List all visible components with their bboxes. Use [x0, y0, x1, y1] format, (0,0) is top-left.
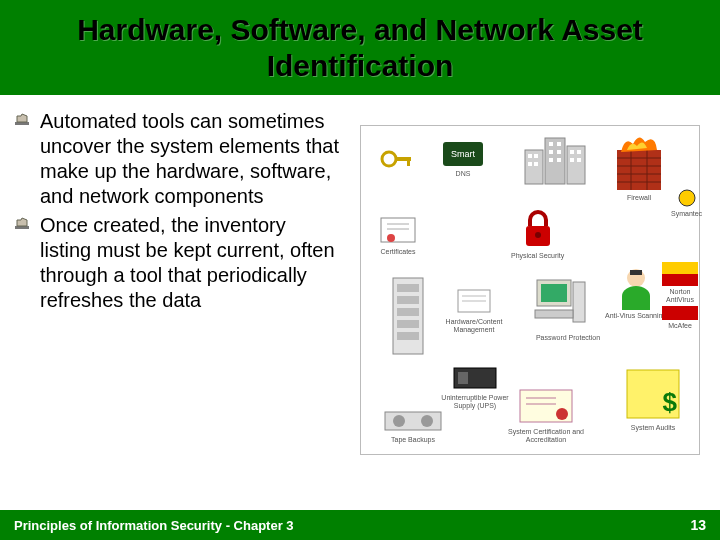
title-bar: Hardware, Software, and Network Asset Id…: [0, 0, 720, 95]
list-item: Automated tools can sometimes uncover th…: [40, 109, 340, 209]
dollar-icon: $ System Audits: [623, 366, 683, 432]
diagram-label: Certificates: [380, 248, 415, 256]
svg-point-32: [387, 234, 395, 242]
user-icon: Anti-Virus Scanning: [605, 266, 666, 320]
asset-diagram: Smart DNS Firewall Symantec Certificates: [360, 125, 700, 455]
svg-point-30: [679, 190, 695, 206]
svg-rect-16: [557, 150, 561, 154]
slide-title: Hardware, Software, and Network Asset Id…: [10, 12, 710, 84]
diagram-label: Tape Backups: [391, 436, 435, 444]
svg-rect-8: [567, 146, 585, 184]
svg-rect-52: [662, 262, 698, 274]
hcm-label: Hardware/Content Management: [439, 286, 509, 333]
page-number: 13: [690, 517, 706, 533]
diagram-label: Physical Security: [511, 252, 564, 260]
svg-rect-14: [557, 142, 561, 146]
mcafee-badge: McAfee: [661, 306, 699, 330]
diagram-label: System Audits: [631, 424, 675, 432]
diagram-label: Norton AntiVirus: [661, 288, 699, 303]
dollar-sign: $: [663, 387, 677, 418]
padlock-icon: Physical Security: [511, 210, 564, 260]
svg-rect-17: [549, 158, 553, 162]
svg-rect-48: [573, 282, 585, 322]
footer-bar: Principles of Information Security - Cha…: [0, 510, 720, 540]
svg-rect-7: [545, 138, 565, 184]
key-icon: [379, 146, 415, 172]
smart-card-icon: Smart DNS: [441, 140, 485, 178]
tape-backup-icon: Tape Backups: [383, 406, 443, 444]
diagram-label: System Certification and Accreditation: [491, 428, 601, 443]
svg-rect-18: [557, 158, 561, 162]
buildings-icon: [521, 132, 589, 188]
norton-badge: Norton AntiVirus: [661, 262, 699, 303]
svg-rect-56: [458, 372, 468, 384]
svg-rect-13: [549, 142, 553, 146]
symantec-icon: Symantec: [671, 188, 702, 218]
smart-label: Smart: [451, 149, 476, 159]
svg-point-36: [535, 232, 541, 238]
svg-rect-53: [662, 274, 698, 286]
pwd-label: Password Protection: [533, 332, 603, 342]
svg-rect-15: [549, 150, 553, 154]
cert-accred-icon: System Certification and Accreditation: [491, 386, 601, 443]
diagram-label: Hardware/Content Management: [439, 318, 509, 333]
svg-rect-41: [397, 320, 419, 328]
slide-body: Automated tools can sometimes uncover th…: [0, 95, 720, 495]
svg-rect-23: [617, 150, 661, 190]
certificate-icon: Certificates: [379, 216, 417, 256]
svg-rect-42: [397, 332, 419, 340]
svg-rect-11: [528, 162, 532, 166]
server-rack-icon: [391, 276, 425, 356]
diagram-label: Symantec: [671, 210, 702, 218]
diagram-label: McAfee: [668, 322, 692, 330]
diagram-label: Firewall: [627, 194, 651, 202]
diagram-column: Smart DNS Firewall Symantec Certificates: [340, 105, 710, 495]
pc-icon: [533, 276, 589, 326]
bullet-text: Automated tools can sometimes uncover th…: [40, 110, 339, 207]
svg-rect-40: [397, 308, 419, 316]
svg-point-61: [556, 408, 568, 420]
svg-rect-22: [577, 158, 581, 162]
diagram-label: DNS: [456, 170, 471, 178]
svg-rect-21: [570, 158, 574, 162]
svg-rect-39: [397, 296, 419, 304]
svg-rect-4: [407, 157, 410, 166]
firewall-icon: Firewall: [611, 132, 667, 202]
svg-point-58: [393, 415, 405, 427]
svg-point-59: [421, 415, 433, 427]
svg-rect-51: [630, 270, 642, 275]
svg-rect-12: [534, 162, 538, 166]
diagram-label: Anti-Virus Scanning: [605, 312, 666, 320]
bullet-icon: [14, 113, 30, 127]
svg-rect-49: [535, 310, 573, 318]
svg-point-2: [382, 152, 396, 166]
bullet-icon: [14, 217, 30, 231]
bullet-list: Automated tools can sometimes uncover th…: [10, 105, 340, 495]
svg-rect-47: [541, 284, 567, 302]
svg-rect-10: [534, 154, 538, 158]
bullet-text: Once created, the inventory listing must…: [40, 214, 335, 311]
list-item: Once created, the inventory listing must…: [40, 213, 340, 313]
svg-rect-31: [381, 218, 415, 242]
svg-rect-19: [570, 150, 574, 154]
svg-rect-38: [397, 284, 419, 292]
svg-rect-9: [528, 154, 532, 158]
svg-rect-54: [662, 306, 698, 320]
footer-text: Principles of Information Security - Cha…: [14, 518, 294, 533]
diagram-label: Password Protection: [536, 334, 600, 342]
svg-rect-20: [577, 150, 581, 154]
